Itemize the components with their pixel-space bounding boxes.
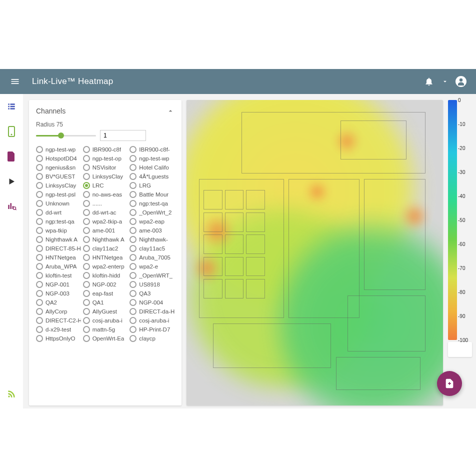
fab-add-button[interactable] (437, 371, 462, 396)
radio-icon (36, 272, 43, 279)
channel-option[interactable]: ngp-test-op (83, 155, 128, 162)
channel-option[interactable]: ame-003 (130, 227, 174, 234)
channel-option[interactable]: no-aws-eas (83, 191, 128, 198)
channel-option[interactable]: IBR900-c8f- (130, 146, 174, 153)
channel-option[interactable]: wpa2-eap (130, 218, 174, 225)
radio-icon (36, 218, 43, 225)
rail-analytics-icon[interactable] (6, 201, 17, 212)
channel-option[interactable]: Hotel Califo (130, 164, 174, 171)
channel-option[interactable]: DIRECT-85-H (36, 245, 81, 252)
dropdown-icon[interactable] (437, 78, 453, 85)
channel-option[interactable]: eap-fast (83, 290, 128, 297)
legend-tick: -80 (458, 290, 465, 295)
channel-option[interactable]: LinksysClay (83, 173, 128, 180)
channel-option[interactable]: cosj-aruba-i (83, 317, 128, 324)
channel-option[interactable]: OpenWrt-Ea (83, 335, 128, 342)
channel-option[interactable]: cosj-aruba-i (130, 317, 174, 324)
channel-option[interactable]: 4Å*Lguests (130, 173, 174, 180)
legend-tick: -50 (458, 218, 465, 223)
channel-option[interactable]: clay11ac2 (83, 245, 128, 252)
channels-grid: ngp-test-wpIBR900-c8fIBR900-c8f-HotspotD… (36, 146, 174, 342)
channel-option[interactable]: LRG (130, 182, 174, 189)
heatmap-canvas[interactable] (186, 100, 443, 406)
rail-phone-icon[interactable] (6, 126, 17, 137)
channel-option[interactable]: Unknown (36, 200, 81, 207)
radio-icon (36, 326, 43, 333)
account-icon[interactable] (453, 76, 469, 88)
rail-file-icon[interactable] (6, 151, 17, 162)
radius-input[interactable] (100, 130, 146, 141)
channel-option[interactable]: ngp:test-qa (36, 218, 81, 225)
channel-option[interactable]: Battle Mour (130, 191, 174, 198)
channel-option[interactable]: wpa2-tkip-a (83, 218, 128, 225)
channel-option[interactable]: HttpsOnlyO (36, 335, 81, 342)
channel-option[interactable]: LinksysClay (36, 182, 81, 189)
channel-option[interactable]: DIRECT-da-H (130, 308, 174, 315)
radio-icon (36, 209, 43, 216)
radio-icon (83, 173, 90, 180)
rail-list-icon[interactable] (6, 101, 17, 112)
legend-tick: -20 (458, 146, 465, 151)
legend-tick: 0 (458, 98, 461, 103)
channel-option[interactable]: ngp-test-psl (36, 191, 81, 198)
channel-label: HP-Print-D7 (139, 326, 170, 332)
channel-option[interactable]: _OpenWrt_2 (130, 209, 174, 216)
channel-option[interactable]: NGP-001 (36, 281, 81, 288)
channel-option[interactable]: HotspotDD4 (36, 155, 81, 162)
channel-option[interactable]: wpa2-e (130, 263, 174, 270)
page-title: Link-Live™ Heatmap (32, 76, 113, 86)
channel-label: Nighthawk- (139, 236, 168, 242)
menu-icon[interactable] (7, 76, 23, 86)
channel-option[interactable]: NGP-004 (130, 299, 174, 306)
channel-option[interactable]: IBR900-c8f (83, 146, 128, 153)
rail-play-icon[interactable] (6, 176, 17, 187)
channel-option[interactable]: ngp-test-wp (130, 155, 174, 162)
rail-signal-icon[interactable] (6, 388, 17, 400)
radio-icon (130, 281, 136, 288)
channel-option[interactable]: mattn-5g (83, 326, 128, 333)
channel-option[interactable]: QA1 (83, 299, 128, 306)
channel-option[interactable]: ngenius&sn (36, 164, 81, 171)
channel-option[interactable]: dd-wrt (36, 209, 81, 216)
channel-option[interactable]: Nighthawk A (36, 236, 81, 243)
channel-option[interactable]: ame-001 (83, 227, 128, 234)
channel-option[interactable]: LRC (83, 182, 128, 189)
bell-icon[interactable] (421, 76, 437, 86)
channel-option[interactable]: d-x29-test (36, 326, 81, 333)
channel-option[interactable]: NSVisitor (83, 164, 128, 171)
channel-option[interactable]: DIRECT-C2-H (36, 317, 81, 324)
channel-option[interactable]: wpa2-enterp (83, 263, 128, 270)
channel-option[interactable]: AllyGuest (83, 308, 128, 315)
channel-option[interactable]: wpa-tkip (36, 227, 81, 234)
channel-option[interactable]: Nighthawk- (130, 236, 174, 243)
channel-option[interactable]: ngp:test-qa (130, 200, 174, 207)
channel-option[interactable]: claycp (130, 335, 174, 342)
channel-option[interactable]: ngp-test-wp (36, 146, 81, 153)
radius-slider[interactable] (36, 130, 96, 140)
channel-option[interactable]: ...... (83, 200, 128, 207)
channel-option[interactable]: Aruba_WPA (36, 263, 81, 270)
channel-option[interactable]: BV*GUEST (36, 173, 81, 180)
channel-label: ngp-test-op (92, 156, 122, 162)
channel-label: Battle Mour (139, 192, 168, 198)
channel-option[interactable]: NGP-002 (83, 281, 128, 288)
channel-label: dd-wrt-ac (92, 210, 116, 216)
channel-option[interactable]: QA3 (130, 290, 174, 297)
channel-option[interactable]: dd-wrt-ac (83, 209, 128, 216)
channel-option[interactable]: clay11ac5 (130, 245, 174, 252)
channel-label: LinksysClay (46, 182, 76, 188)
channel-option[interactable]: HNTNetgea (83, 254, 128, 261)
channel-option[interactable]: NGP-003 (36, 290, 81, 297)
channel-option[interactable]: QA2 (36, 299, 81, 306)
channel-option[interactable]: US8918 (130, 281, 174, 288)
channel-option[interactable]: HNTNetgea (36, 254, 81, 261)
channel-option[interactable]: _OpenWRT_ (130, 272, 174, 279)
channel-option[interactable]: Nighthawk A (83, 236, 128, 243)
channel-option[interactable]: AllyCorp (36, 308, 81, 315)
channel-option[interactable]: HP-Print-D7 (130, 326, 174, 333)
channel-option[interactable]: Aruba_7005 (130, 254, 174, 261)
channel-option[interactable]: kloftin-test (36, 272, 81, 279)
channel-label: HNTNetgea (46, 254, 76, 260)
collapse-icon[interactable] (166, 107, 174, 115)
channel-option[interactable]: kloftin-hidd (83, 272, 128, 279)
